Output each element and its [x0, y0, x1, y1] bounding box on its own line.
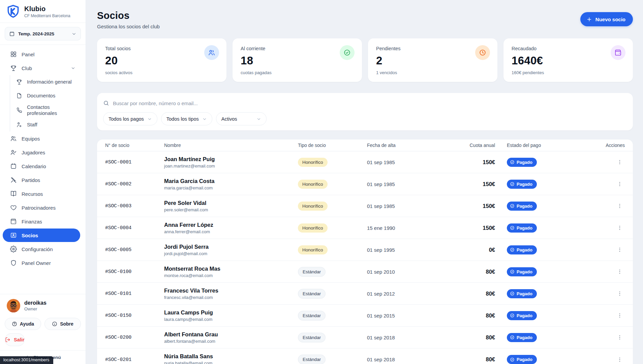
filter-card: Todos los pagosTodos los tiposActivos — [97, 93, 633, 130]
sidebar-item-label: Jugadores — [22, 150, 80, 155]
shield-icon — [10, 260, 17, 266]
member-annual-fee: 80€ — [451, 312, 495, 319]
user-row[interactable]: deroikas Owner — [0, 294, 86, 315]
calendar-icon — [9, 31, 15, 37]
row-actions-button[interactable] — [615, 310, 625, 321]
sidebar-item-documentos[interactable]: Documentos — [10, 89, 80, 102]
sidebar-item-club[interactable]: Club — [3, 61, 80, 75]
search-input[interactable] — [113, 100, 627, 106]
member-type-badge: Estándar — [298, 289, 326, 299]
sidebar-item-recursos[interactable]: Recursos — [3, 187, 80, 201]
stat-icon-bubble — [204, 45, 219, 60]
club-name: CF Mediterrani Barcelona — [24, 13, 70, 18]
row-actions-button[interactable] — [615, 157, 625, 167]
member-join-date: 01 sep 1985 — [367, 203, 451, 209]
staff-icon — [16, 122, 22, 128]
sidebar-item-socios[interactable]: Socios — [3, 229, 80, 242]
payment-status-badge: Pagado — [507, 311, 537, 320]
sidebar-item-calendario[interactable]: Calendario — [3, 159, 80, 173]
row-actions-button[interactable] — [615, 201, 625, 211]
sidebar-item-label: Finanzas — [22, 219, 80, 224]
row-actions-button[interactable] — [615, 179, 625, 189]
row-actions-button[interactable] — [615, 355, 625, 364]
season-selector[interactable]: Temp. 2024-2025 — [5, 27, 81, 40]
member-number: #SOC-0201 — [105, 357, 164, 362]
user-check-icon — [10, 149, 17, 156]
check-circle-icon — [510, 291, 515, 296]
row-actions-button[interactable] — [615, 223, 625, 233]
column-header-tipo-de-socio: Tipo de socio — [298, 143, 367, 148]
info-circle-icon — [52, 321, 57, 327]
sidebar-item-panel-owner[interactable]: Panel Owner — [3, 256, 80, 270]
row-actions-button[interactable] — [615, 267, 625, 277]
sidebar-item-patrocinadores[interactable]: Patrocinadores — [3, 201, 80, 214]
help-button[interactable]: Ayuda — [5, 318, 41, 330]
member-number: #SOC-0200 — [105, 335, 164, 340]
member-annual-fee: 150€ — [451, 225, 495, 231]
sidebar-item-contactos-profesionales[interactable]: Contactos profesionales — [10, 103, 80, 118]
club-submenu: Información generalDocumentosContactos p… — [10, 75, 83, 131]
username: deroikas — [24, 300, 47, 306]
filter-dropdown-activos[interactable]: Activos — [216, 112, 267, 125]
logout-button[interactable]: Salir — [5, 333, 25, 346]
filter-dropdown-todos-los-pagos[interactable]: Todos los pagos — [103, 112, 157, 125]
filter-dropdowns: Todos los pagosTodos los tiposActivos — [103, 112, 627, 125]
member-name: Joan Martínez Puig — [164, 156, 298, 162]
member-type-badge: Honorífico — [298, 223, 328, 233]
member-email: maria.garcia@email.com — [164, 185, 298, 190]
payment-status-badge: Pagado — [507, 333, 537, 342]
sidebar-item-equipos[interactable]: Equipos — [3, 132, 80, 145]
member-email: anna.ferrer@email.com — [164, 229, 298, 234]
member-identity: Montserrat Roca Masmontse.roca@email.com — [164, 266, 298, 278]
new-member-button[interactable]: Nuevo socio — [580, 12, 633, 26]
document-icon — [16, 93, 22, 99]
member-row: #SOC-0003Pere Soler Vidalpere.soler@emai… — [97, 195, 633, 217]
trophy-icon — [16, 79, 22, 85]
member-type-badge: Honorífico — [298, 158, 328, 167]
row-actions-button[interactable] — [615, 289, 625, 299]
member-name: Núria Batalla Sans — [164, 353, 298, 360]
member-name: Anna Ferrer López — [164, 222, 298, 228]
chevron-down-icon — [256, 117, 261, 121]
member-type-badge: Estándar — [298, 267, 326, 277]
payment-status-label: Pagado — [517, 291, 532, 296]
sidebar-item-label: Panel Owner — [22, 260, 80, 266]
chevron-down-icon — [202, 117, 207, 121]
sidebar-item-finanzas[interactable]: Finanzas — [3, 215, 80, 228]
stat-card-recaudado: Recaudado1640€160€ pendientes — [503, 38, 633, 82]
member-row: #SOC-0001Joan Martínez Puigjoan.martinez… — [97, 151, 633, 173]
users-icon — [208, 49, 215, 56]
filter-dropdown-todos-los-tipos[interactable]: Todos los tipos — [161, 112, 212, 125]
stat-subtext: cuotas pagadas — [241, 70, 355, 75]
sidebar-item-partidos[interactable]: Partidos — [3, 173, 80, 187]
row-actions-button[interactable] — [615, 245, 625, 255]
sidebar-item-configuracion[interactable]: Configuración — [3, 242, 80, 256]
member-name: Maria Garcia Costa — [164, 178, 298, 184]
member-number: #SOC-0100 — [105, 269, 164, 274]
main-content: Socios Gestiona los socios del club Nuev… — [86, 0, 643, 364]
divider — [0, 23, 86, 23]
stat-label: Total socios — [105, 46, 219, 51]
sidebar-item-staff[interactable]: Staff — [10, 118, 80, 131]
stat-value: 18 — [241, 54, 355, 67]
user-role: Owner — [24, 306, 47, 311]
sidebar-item-label: Staff — [27, 122, 80, 128]
column-header-cuota-anual: Cuota anual — [451, 143, 495, 148]
member-number: #SOC-0101 — [105, 291, 164, 296]
sidebar-item-informacion-general[interactable]: Información general — [10, 75, 80, 89]
sidebar-item-label: Configuración — [22, 246, 80, 252]
phone-icon — [16, 107, 22, 113]
member-type-badge: Honorífico — [298, 202, 328, 211]
member-type-badge: Estándar — [298, 355, 326, 364]
sidebar-item-jugadores[interactable]: Jugadores — [3, 146, 80, 159]
member-number: #SOC-0005 — [105, 247, 164, 252]
sidebar-item-label: Calendario — [22, 163, 80, 169]
chevron-down-icon — [71, 66, 75, 70]
sidebar-item-panel[interactable]: Panel — [3, 48, 80, 61]
filter-label: Activos — [221, 116, 237, 122]
member-name: Pere Soler Vidal — [164, 200, 298, 206]
row-actions-button[interactable] — [615, 332, 625, 342]
member-name: Laura Camps Puig — [164, 309, 298, 316]
about-button[interactable]: Sobre — [44, 318, 81, 330]
member-row: #SOC-0005Jordi Pujol Serrajordi.pujol@em… — [97, 239, 633, 261]
